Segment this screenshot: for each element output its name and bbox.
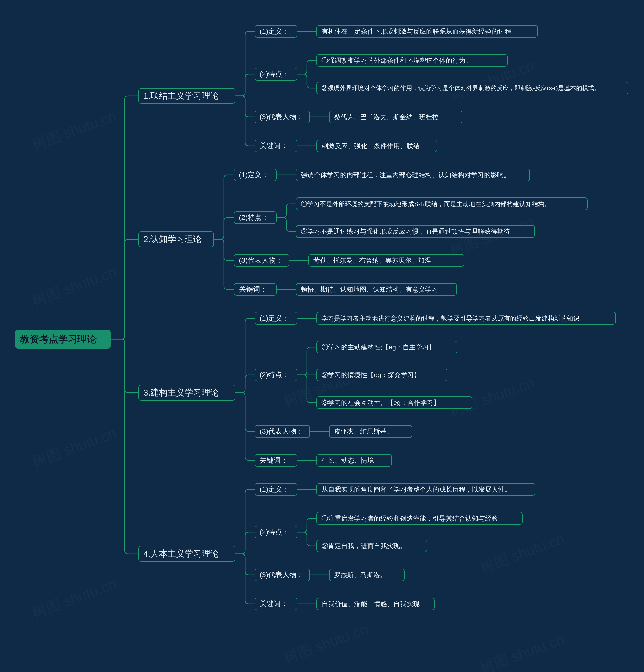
sub-node[interactable]: 关键词： [255, 454, 297, 467]
watermark: 树图 shutu.cn [29, 262, 119, 311]
root-node[interactable]: 教资考点学习理论 [15, 329, 111, 349]
leaf-node[interactable]: 生长、动态、情境 [316, 454, 392, 467]
leaf-node[interactable]: ①学习的主动建构性;【eg：自主学习】 [316, 341, 457, 353]
sub-node[interactable]: (3)代表人物： [255, 568, 310, 581]
watermark: 树图 shutu.cn [29, 106, 119, 155]
sub-node[interactable]: (1)定义： [255, 25, 297, 38]
watermark: 树图 shutu.cn [477, 629, 567, 672]
sub-node[interactable]: 关键词： [255, 598, 297, 610]
leaf-node[interactable]: 桑代克、巴甫洛夫、斯金纳、班杜拉 [329, 111, 462, 123]
watermark: 树图 shutu.cn [29, 423, 119, 472]
leaf-node[interactable]: 顿悟、期待、认知地图、认知结构、有意义学习 [296, 283, 457, 296]
branch-node[interactable]: 3.建构主义学习理论 [138, 385, 235, 400]
watermark: 树图 shutu.cn [477, 529, 567, 577]
sub-node[interactable]: (1)定义： [255, 483, 297, 496]
leaf-node[interactable]: ②肯定自我，进而自我实现。 [316, 540, 427, 552]
leaf-node[interactable]: 有机体在一定条件下形成刺激与反应的联系从而获得新经验的过程。 [316, 25, 538, 38]
leaf-node[interactable]: 刺激反应、强化、条件作用、联结 [316, 140, 437, 152]
leaf-node[interactable]: 强调个体学习的内部过程，注重内部心理结构、认知结构对学习的影响。 [296, 169, 530, 181]
sub-node[interactable]: (1)定义： [234, 169, 277, 181]
leaf-node[interactable]: 自我价值、潜能、情感、自我实现 [316, 598, 435, 610]
leaf-node[interactable]: ②学习不是通过练习与强化形成反应习惯，而是通过顿悟与理解获得期待。 [296, 225, 535, 238]
leaf-node[interactable]: ①强调改变学习的外部条件和环境塑造个体的行为。 [316, 54, 508, 67]
leaf-node[interactable]: ①注重启发学习者的经验和创造潜能，引导其结合认知与经验; [316, 512, 523, 525]
leaf-node[interactable]: ③学习的社会互动性。【eg：合作学习】 [316, 396, 472, 409]
branch-node[interactable]: 4.人本主义学习理论 [138, 546, 235, 562]
watermark: 树图 shutu.cn [29, 574, 119, 623]
branch-node[interactable]: 1.联结主义学习理论 [138, 88, 235, 104]
sub-node[interactable]: (3)代表人物： [234, 254, 289, 267]
leaf-node[interactable]: ②强调外界环境对个体学习的作用，认为学习是个体对外界刺激的反应，即刺激-反应(s… [316, 82, 628, 94]
leaf-node[interactable]: ②学习的情境性【eg：探究学习】 [316, 369, 447, 381]
sub-node[interactable]: (2)特点： [234, 211, 277, 224]
sub-node[interactable]: (2)特点： [255, 68, 297, 81]
leaf-node[interactable]: 罗杰斯、马斯洛。 [329, 568, 404, 581]
sub-node[interactable]: (3)代表人物： [255, 111, 310, 123]
watermark: 树图 shutu.cn [281, 620, 371, 668]
sub-node[interactable]: (2)特点： [255, 369, 297, 381]
sub-node[interactable]: (1)定义： [255, 312, 297, 325]
sub-node[interactable]: (2)特点： [255, 526, 297, 538]
branch-node[interactable]: 2.认知学习理论 [138, 231, 214, 247]
leaf-node[interactable]: 苛勒、托尔曼、布鲁纳、奥苏贝尔、加涅。 [308, 254, 464, 267]
sub-node[interactable]: 关键词： [234, 283, 277, 296]
leaf-node[interactable]: 从自我实现的角度阐释了学习者整个人的成长历程，以发展人性。 [316, 483, 535, 496]
leaf-node[interactable]: ①学习不是外部环境的支配下被动地形成S-R联结，而是主动地在头脑内部构建认知结构… [296, 197, 588, 210]
leaf-node[interactable]: 学习是学习者主动地进行意义建构的过程，教学要引导学习者从原有的经验出发建构新的知… [316, 312, 616, 325]
mindmap-canvas: 树图 shutu.cn 树图 shutu.cn 树图 shutu.cn 树图 s… [0, 0, 644, 672]
sub-node[interactable]: (3)代表人物： [255, 425, 310, 438]
leaf-node[interactable]: 皮亚杰、维果斯基。 [329, 425, 412, 438]
sub-node[interactable]: 关键词： [255, 140, 297, 152]
